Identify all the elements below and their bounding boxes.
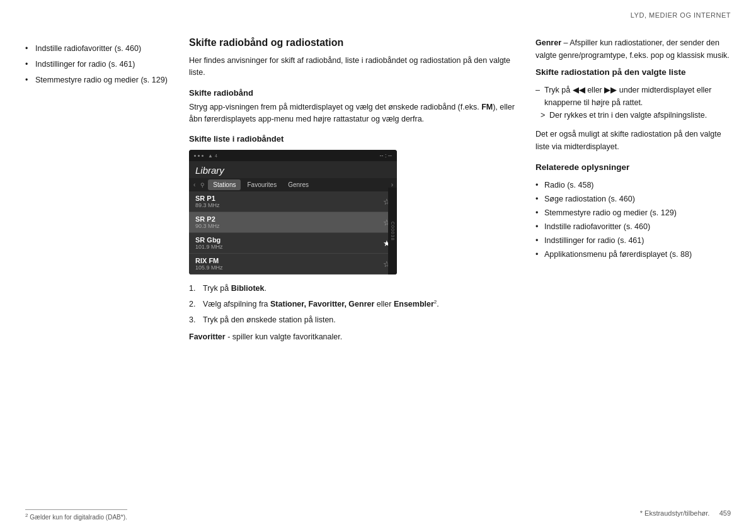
station-name: SR P2 (195, 215, 220, 223)
station-item-srp2[interactable]: SR P2 90.3 MHz ☆ (189, 212, 397, 233)
step-3: 3. Tryk på den ønskede station på listen… (189, 314, 517, 326)
screen-station-list: SR P1 89.3 MHz ☆ SR P2 90.3 MHz ☆ SR Gbg (189, 191, 397, 274)
genrer-title: Genrer (536, 38, 561, 47)
station-freq: 105.9 MHz (195, 264, 223, 271)
main-column: Skifte radiobånd og radiostation Her fin… (189, 37, 536, 349)
station-info: SR P1 89.3 MHz (195, 195, 220, 208)
screen-dot (194, 155, 196, 157)
page-content: Indstille radiofavoritter (s. 460) Indst… (0, 24, 756, 349)
footnote-num: 2 (25, 512, 28, 518)
tab-back-arrow: ‹ (192, 181, 197, 188)
tab-favourites[interactable]: Favourites (242, 179, 282, 190)
station-name: RIX FM (195, 257, 223, 264)
station-item-rixfm[interactable]: RIX FM 105.9 MHz ☆ (189, 254, 397, 274)
step-text: Vælg afspilning fra Stationer, Favoritte… (203, 298, 439, 310)
header-title: LYD, MEDIER OG INTERNET (631, 11, 731, 19)
search-icon: ⚲ (198, 182, 207, 188)
page-prefix: * Ekstraudstyr/tilbehør. (640, 509, 710, 517)
station-freq: 89.3 MHz (195, 202, 220, 208)
related-item-5: Applikationsmenu på førerdisplayet (s. 8… (536, 248, 731, 261)
step-text: Tryk på den ønskede station på listen. (203, 314, 336, 326)
signal-level: 4 (215, 154, 217, 158)
screen-side-label: C00038 (388, 188, 397, 274)
favoritter-text: Favoritter - spiller kun valgte favoritk… (189, 331, 517, 343)
footnote-text: Gælder kun for digitalradio (DAB*). (30, 514, 127, 521)
screen-tabs: ‹ ⚲ Stations Favourites Genres › (189, 178, 397, 191)
favoritter-desc: - spiller kun valgte favoritkanaler. (226, 332, 343, 341)
favoritter-label: Favoritter (189, 332, 226, 341)
related-title: Relaterede oplysninger (536, 162, 731, 174)
signal-icon: ▲ (208, 153, 213, 159)
step-num: 3. (189, 314, 199, 326)
genrer-paragraph: Genrer – Afspiller kun radiostationer, d… (536, 37, 731, 62)
step-1: 1. Tryk på Bibliotek. (189, 282, 517, 295)
station-freq: 101.9 MHz (195, 244, 223, 250)
extra-text: Det er også muligt at skifte radiostatio… (536, 128, 731, 153)
station-item-srgbg[interactable]: SR Gbg 101.9 MHz ★ (189, 233, 397, 254)
tab-stations[interactable]: Stations (208, 179, 241, 190)
screen-library-title: Library (189, 161, 397, 178)
side-label-text: C00038 (391, 222, 395, 241)
page-number: 459 (719, 509, 731, 517)
section2-title: Skifte radiostation på den valgte liste (536, 67, 731, 79)
screen-top-bar: ▲ 4 -- : -- (189, 150, 397, 161)
screen-mockup: ▲ 4 -- : -- Library ‹ ⚲ Stations Favouri… (189, 150, 397, 274)
related-item-3: Indstille radiofavoritter (s. 460) (536, 220, 731, 233)
genrer-dash: – (563, 38, 570, 47)
steps-list: 1. Tryk på Bibliotek. 2. Vælg afspilning… (189, 282, 517, 326)
related-item-2: Stemmestyre radio og medier (s. 129) (536, 207, 731, 219)
footnote: 2 Gælder kun for digitalradio (DAB*). (25, 509, 127, 521)
list-item: Stemmestyre radio og medier (s. 129) (25, 74, 170, 86)
station-info: SR Gbg 101.9 MHz (195, 236, 223, 250)
station-info: RIX FM 105.9 MHz (195, 257, 223, 271)
dash-item-1: Tryk på ◀◀ eller ▶▶ under midterdisplaye… (536, 84, 731, 109)
station-name: SR Gbg (195, 236, 223, 244)
left-column: Indstille radiofavoritter (s. 460) Indst… (25, 37, 189, 349)
list-item: Indstille radiofavoritter (s. 460) (25, 43, 170, 55)
step-num: 1. (189, 282, 199, 295)
main-section-title: Skifte radiobånd og radiostation (189, 37, 517, 50)
subsection2-title: Skifte liste i radiobåndet (189, 134, 517, 144)
screen-time: -- : -- (380, 152, 392, 159)
dash-list: Tryk på ◀◀ eller ▶▶ under midterdisplaye… (536, 84, 731, 122)
station-item-srp1[interactable]: SR P1 89.3 MHz ☆ (189, 191, 397, 212)
station-freq: 90.3 MHz (195, 223, 220, 229)
page-footer: 2 Gælder kun for digitalradio (DAB*). * … (0, 509, 756, 521)
left-bullet-list: Indstille radiofavoritter (s. 460) Indst… (25, 43, 170, 86)
screen-dots: ▲ 4 (194, 153, 217, 159)
step-text: Tryk på Bibliotek. (203, 282, 266, 295)
dash-item-2: Der rykkes et trin i den valgte afspilni… (536, 109, 731, 122)
subsection1-text: Stryg app-visningen frem på midterdispla… (189, 101, 517, 126)
page-header: LYD, MEDIER OG INTERNET (0, 0, 756, 24)
subsection1-title: Skifte radiobånd (189, 88, 517, 98)
related-list: Radio (s. 458) Søge radiostation (s. 460… (536, 179, 731, 261)
step-bold2: Ensembler (394, 300, 434, 308)
step-2: 2. Vælg afspilning fra Stationer, Favori… (189, 298, 517, 310)
related-item-0: Radio (s. 458) (536, 179, 731, 191)
tab-genres[interactable]: Genres (283, 179, 314, 190)
list-item: Indstillinger for radio (s. 461) (25, 59, 170, 71)
related-item-4: Indstillinger for radio (s. 461) (536, 234, 731, 247)
screen-dot (202, 155, 203, 157)
station-name: SR P1 (195, 195, 220, 202)
page-number-area: * Ekstraudstyr/tilbehør. 459 (640, 509, 731, 521)
screen-dot (198, 155, 200, 157)
right-column: Genrer – Afspiller kun radiostationer, d… (536, 37, 731, 349)
station-info: SR P2 90.3 MHz (195, 215, 220, 229)
related-item-1: Søge radiostation (s. 460) (536, 193, 731, 205)
step-bold: Bibliotek (231, 284, 265, 293)
step-num: 2. (189, 298, 199, 310)
main-section-intro: Her findes anvisninger for skift af radi… (189, 55, 517, 79)
step-bold: Stationer, Favoritter, Genrer (270, 300, 374, 308)
